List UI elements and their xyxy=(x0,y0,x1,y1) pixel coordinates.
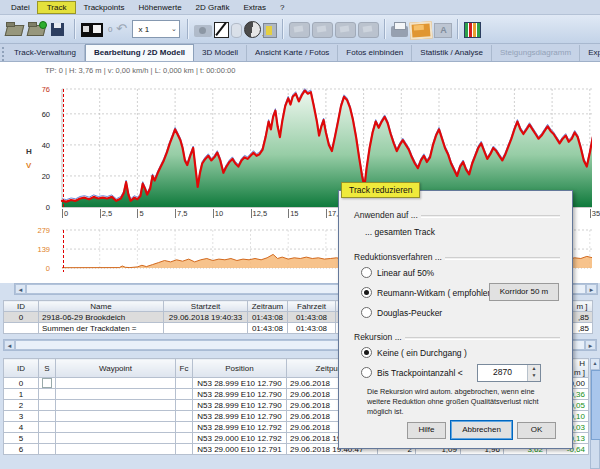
table-cell[interactable] xyxy=(176,378,193,389)
tab-3d-modell[interactable]: 3D Modell xyxy=(194,45,247,61)
table-cell[interactable] xyxy=(56,411,176,422)
selection-checkbox[interactable] xyxy=(42,378,52,388)
table-cell[interactable] xyxy=(176,389,193,400)
table-cell[interactable]: 01:43:08 xyxy=(248,312,288,323)
table-cell[interactable] xyxy=(39,389,56,400)
globe-icon[interactable] xyxy=(244,21,261,38)
table-cell[interactable]: 4 xyxy=(4,422,39,433)
table-cell[interactable] xyxy=(56,422,176,433)
scroll-left-icon[interactable]: ◄ xyxy=(15,284,26,294)
table-cell[interactable]: 6 xyxy=(4,444,39,455)
open-file-icon[interactable] xyxy=(5,21,25,38)
column-header[interactable]: ID xyxy=(4,301,39,312)
table-cell[interactable]: 3 xyxy=(4,411,39,422)
track-tool-icon[interactable] xyxy=(81,23,103,37)
table-cell[interactable] xyxy=(4,323,39,334)
radio-douglas[interactable]: Douglas-Peucker xyxy=(361,307,442,318)
cancel-button[interactable]: Abbrechen xyxy=(450,420,513,440)
table-cell[interactable] xyxy=(39,444,56,455)
table-cell[interactable] xyxy=(39,422,56,433)
table-cell[interactable]: 0 xyxy=(4,312,39,323)
tab-steigungsdiagramm[interactable]: Steigungsdiagramm xyxy=(492,45,580,61)
column-header[interactable]: S xyxy=(39,359,56,378)
save-icon[interactable] xyxy=(49,21,69,38)
menu-item-extras[interactable]: Extras xyxy=(236,2,273,13)
table-cell[interactable] xyxy=(39,411,56,422)
scrollbar-thumb[interactable] xyxy=(591,370,600,440)
radio-selected-icon[interactable] xyxy=(361,287,372,298)
column-header[interactable]: Startzeit xyxy=(164,301,248,312)
cylinder-icon[interactable] xyxy=(231,23,242,38)
korridor-button[interactable]: Korridor 50 m xyxy=(489,283,559,301)
paste-icon[interactable] xyxy=(335,22,356,38)
table-cell[interactable]: 1 xyxy=(4,389,39,400)
tab-track-verwaltung[interactable]: Track-Verwaltung xyxy=(6,45,85,61)
scroll-right-icon[interactable]: ► xyxy=(585,340,596,350)
table-cell[interactable]: 01:43:08 xyxy=(248,323,288,334)
tab-ansicht-karte-fotos[interactable]: Ansicht Karte / Fotos xyxy=(247,45,338,61)
help-button[interactable]: Hilfe xyxy=(407,422,446,439)
table-cell[interactable]: N53 29.000 E10 12.791 xyxy=(193,444,287,455)
column-header[interactable]: m ] xyxy=(572,301,593,312)
trackpoint-count-spinner[interactable]: 2870 ▲▼ xyxy=(477,364,541,382)
radio-selected-icon[interactable] xyxy=(361,347,372,358)
import-file-icon[interactable] xyxy=(27,21,47,38)
copy-icon[interactable] xyxy=(312,22,333,38)
spinner-arrows-icon[interactable]: ▲▼ xyxy=(527,365,540,381)
cut-icon[interactable] xyxy=(289,22,310,38)
table-cell[interactable]: Summen der Trackdaten = xyxy=(39,323,164,334)
table-cell[interactable] xyxy=(176,400,193,411)
column-header[interactable]: Waypoint xyxy=(56,359,176,378)
scroll-right-icon[interactable]: ► xyxy=(586,284,597,294)
table-cell[interactable]: 29.06.2018 19:40:33 xyxy=(164,312,248,323)
column-header[interactable]: Fahrzeit xyxy=(288,301,336,312)
table-cell[interactable]: N53 28.999 E10 12.792 xyxy=(193,422,287,433)
table-cell[interactable] xyxy=(56,389,176,400)
table-cell[interactable]: 2 xyxy=(4,400,39,411)
table-cell[interactable]: ,85 xyxy=(572,312,593,323)
report-icon[interactable]: A xyxy=(434,23,452,38)
radio-icon[interactable] xyxy=(361,307,372,318)
table-cell[interactable] xyxy=(164,323,248,334)
tab-fotos-einbinden[interactable]: Fotos einbinden xyxy=(338,45,412,61)
table-cell[interactable]: ,85 xyxy=(572,323,593,334)
table-cell[interactable] xyxy=(39,378,56,389)
trash-icon[interactable] xyxy=(263,23,277,38)
tab-statistik-analyse[interactable]: Statistik / Analyse xyxy=(412,45,492,61)
column-header[interactable]: ID xyxy=(4,359,39,378)
table-cell[interactable] xyxy=(56,444,176,455)
camera-icon[interactable] xyxy=(194,25,212,37)
table-cell[interactable]: 01:43:08 xyxy=(288,312,336,323)
table-cell[interactable]: 2918-06-29 Brookdeich xyxy=(39,312,164,323)
duplicate-icon[interactable] xyxy=(358,22,379,38)
table-cell[interactable]: N53 28.999 E10 12.790 xyxy=(193,400,287,411)
table-cell[interactable]: 5 xyxy=(4,433,39,444)
radio-reumann[interactable]: Reumann-Witkam ( empfohlen ) xyxy=(361,287,497,298)
column-header[interactable]: Position xyxy=(193,359,287,378)
table-cell[interactable]: N53 28.999 E10 12.790 xyxy=(193,411,287,422)
edit-note-icon[interactable] xyxy=(214,22,229,38)
radio-none[interactable]: Keine ( ein Durchgang ) xyxy=(361,347,467,358)
photos-icon[interactable] xyxy=(410,21,433,39)
table-cell[interactable]: 01:43:08 xyxy=(288,323,336,334)
ok-button[interactable]: OK xyxy=(517,422,556,439)
column-header[interactable]: Zeitraum xyxy=(248,301,288,312)
menu-item-datei[interactable]: Datei xyxy=(4,2,37,13)
table-cell[interactable] xyxy=(176,433,193,444)
column-header[interactable]: Fc xyxy=(176,359,193,378)
table-cell[interactable] xyxy=(56,433,176,444)
table-cell[interactable] xyxy=(39,400,56,411)
table-cell[interactable] xyxy=(56,378,176,389)
tab-expo[interactable]: Expo xyxy=(580,45,600,61)
menu-item-h-henwerte[interactable]: Höhenwerte xyxy=(131,2,188,13)
table-cell[interactable] xyxy=(176,444,193,455)
table-vertical-scrollbar[interactable]: ▲ xyxy=(590,358,600,469)
tab-bearbeitung-2d-modell[interactable]: Bearbeitung / 2D Modell xyxy=(85,44,194,61)
menu-item-track[interactable]: Track xyxy=(37,1,77,14)
table-cell[interactable] xyxy=(56,400,176,411)
menu-item-trackpoints[interactable]: Trackpoints xyxy=(76,2,131,13)
column-header[interactable]: Name xyxy=(39,301,164,312)
table-cell[interactable]: N53 28.999 E10 12.790 xyxy=(193,389,287,400)
print-icon[interactable] xyxy=(391,26,408,37)
table-cell[interactable] xyxy=(176,422,193,433)
